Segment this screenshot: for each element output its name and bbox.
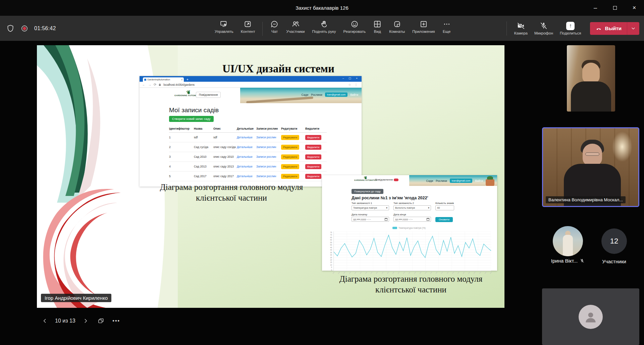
date-start-input: дд.мм.рррр --:-- [352,217,389,222]
participant-count: 12 [610,237,618,246]
browser-tabstrip: GardeningAutomation x + – ▢ × [140,76,362,82]
details-link: Детальніше [237,145,256,149]
delete-button: Видалити [305,164,321,169]
close-icon[interactable]: × [625,0,644,16]
driftwood-decor [246,96,313,103]
forward-icon: → [148,83,151,86]
chevron-left-icon [42,318,48,324]
create-garden-button: Створити новий запис саду [169,116,214,122]
video-tile-valentyna-speaking[interactable]: Валентина Володимирівна Москал... [542,127,639,207]
calendar-icon [385,218,387,221]
window-titlebar: Захист бакалаврів 126 – × [0,0,644,16]
pager-more-button[interactable]: ••• [111,316,122,326]
plant-data-title: Дані рослини №1 з ім'ям 'ягода 2022' [352,196,497,200]
overflow-participants-tile[interactable]: 12 [601,228,627,254]
notification-badge [394,179,398,181]
share-button[interactable]: ↑ Поделиться [557,21,584,36]
rooms-button[interactable]: Комнаты [386,19,408,34]
more-button[interactable]: Еще [440,19,454,34]
plant-pot-decor [486,179,494,186]
slide-grid-button[interactable] [96,316,106,326]
share-icon: ↑ [566,22,575,30]
video-tile-iryna[interactable] [553,226,583,256]
grid-view-icon [373,20,382,28]
update-button: Оновити [435,217,453,222]
page-indicator: 10 из 13 [55,318,75,324]
breakout-rooms-icon [393,20,401,28]
chart-line-svg [334,231,491,271]
slide-title: UI/UX дизайн системи [205,63,352,75]
plant-records-link: Записи рослин [256,175,281,178]
plant-records-link: Записи рослин [256,165,281,168]
delete-button: Видалити [305,135,321,140]
maximize-icon[interactable] [605,0,625,16]
participants-button[interactable]: Участники [283,19,307,34]
edit-button: Редагувати [281,135,299,140]
nav-gardens-link: Сади [302,93,309,96]
manage-screen-icon [220,20,228,28]
tab-close-icon: x [181,78,183,81]
table-row: 2 Сад сусіда опис саду сосіда Детальніше… [169,142,327,152]
leave-label: Выйти [605,25,622,31]
site-header: ❦ GARDENING AUTOMATION Повідомлення Сади… [322,175,497,186]
react-button[interactable]: Реагировать [341,19,369,34]
video-tile-igor[interactable] [567,45,615,112]
next-slide-button[interactable] [80,316,91,326]
shield-icon [6,24,15,33]
edit-button: Редагувати [281,174,299,179]
edit-button: Редагувати [281,154,299,159]
view-button[interactable]: Вид [370,19,384,34]
participant-name-iryna: Ірина Вікт... [551,258,578,264]
recording-icon [20,24,29,33]
apps-button[interactable]: Приложения [410,19,437,34]
site-logo: ❦ GARDENING AUTOMATION [354,176,377,181]
video-tile-avatar-only[interactable] [542,288,639,345]
leave-options-button[interactable] [627,26,639,31]
new-tab-icon: + [186,78,189,81]
minimize-icon[interactable]: – [586,0,605,16]
logout-button: Вийти [475,179,483,183]
previous-slide-button[interactable] [40,316,50,326]
date-end-input: дд.мм.рррр --:-- [393,217,431,222]
teams-meeting-window: Захист бакалаврів 126 – × 01:56:42 Управ… [0,0,644,345]
browser-menu-icons: ☆ ⋮ [348,83,359,86]
table-row: 4 Сад 2013 опис саду 2013 Детальніше Зап… [169,162,327,171]
legend-color-chip [392,227,397,229]
camera-button[interactable]: Камера [512,21,530,36]
plant-line-chart: 757065605550454035302520151050 [325,231,492,278]
site-header: ❦ GARDENING AUTOMATION Повідомлення Сади… [140,88,362,103]
details-link: Детальніше [237,175,256,178]
table-header-row: Ідентифікатор Назва Опис Детальніше Запи… [169,125,327,133]
lock-icon [159,83,161,86]
reload-icon: ⟳ [154,83,156,86]
chevron-down-icon [631,26,636,31]
plant-records-link: Записи рослин [256,145,281,149]
plant-logo-icon: ❦ [186,90,191,95]
chat-button[interactable]: Чат [267,19,281,34]
screenshot-plant-chart: ❦ GARDENING AUTOMATION Повідомлення Сади… [322,175,497,271]
raise-hand-button[interactable]: Поднять руку [309,19,338,34]
meeting-timer: 01:56:42 [34,25,56,31]
smiley-icon [350,20,359,28]
hangup-phone-icon [595,25,602,32]
microphone-button[interactable]: Микрофон [532,21,556,36]
messages-button: Повідомлення [196,92,221,98]
apps-plus-icon [419,20,428,28]
manage-button[interactable]: Управлять [212,19,236,34]
edit-button: Редагувати [281,164,299,169]
leave-button[interactable]: Выйти [590,22,639,35]
more-dots-icon [442,20,451,28]
slide-pager: 10 из 13 ••• [40,316,122,326]
chart-plot-area [333,231,491,271]
content-button[interactable]: Контент [238,19,258,34]
dependency2-select: Вологість повітря▾ [393,205,431,210]
favicon [144,79,146,81]
back-icon: ← [142,83,146,86]
email-button: ivan@gmail.com [450,179,473,183]
person-icon [583,309,598,324]
presenter-name-label: Ігор Андрійович Кириленко [41,294,111,302]
count-input: 40 [435,205,454,210]
browser-tab: GardeningAutomation x [143,77,184,82]
mic-off-icon [539,21,548,30]
meeting-toolbar: 01:56:42 Управлять Контент Чат Участники [0,16,644,41]
